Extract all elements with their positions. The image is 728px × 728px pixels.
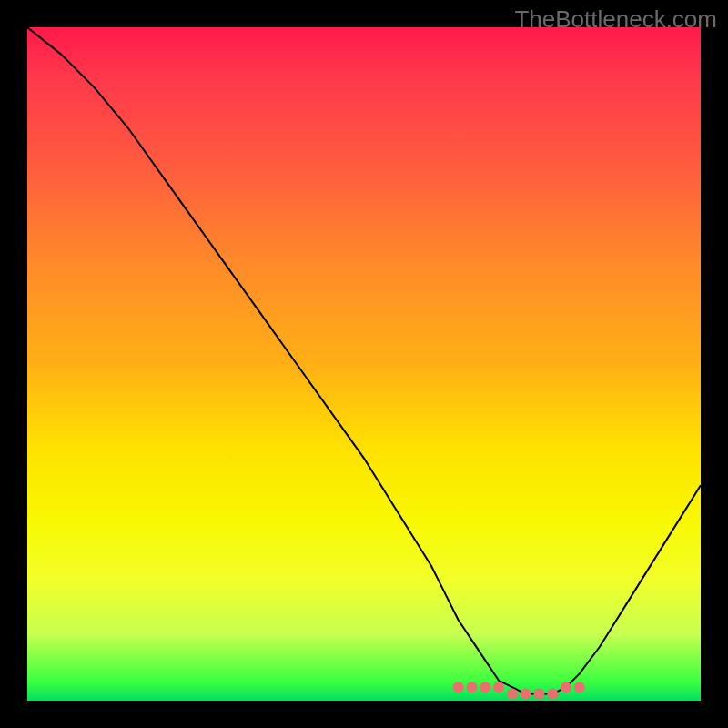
highlight-dot (493, 682, 504, 693)
highlight-dot (453, 682, 464, 693)
highlight-dot (466, 682, 477, 693)
highlight-dot (574, 682, 585, 693)
highlight-dot (480, 682, 490, 693)
highlight-dot (507, 689, 518, 700)
highlight-dots (453, 682, 585, 699)
highlight-dot (533, 689, 544, 700)
highlight-dot (561, 682, 571, 693)
highlight-dot (547, 689, 558, 700)
watermark-text: TheBottleneck.com (514, 5, 717, 34)
chart-plot-area (27, 27, 701, 701)
chart-svg (27, 27, 701, 701)
curve-line (27, 27, 701, 694)
highlight-dot (521, 689, 531, 700)
